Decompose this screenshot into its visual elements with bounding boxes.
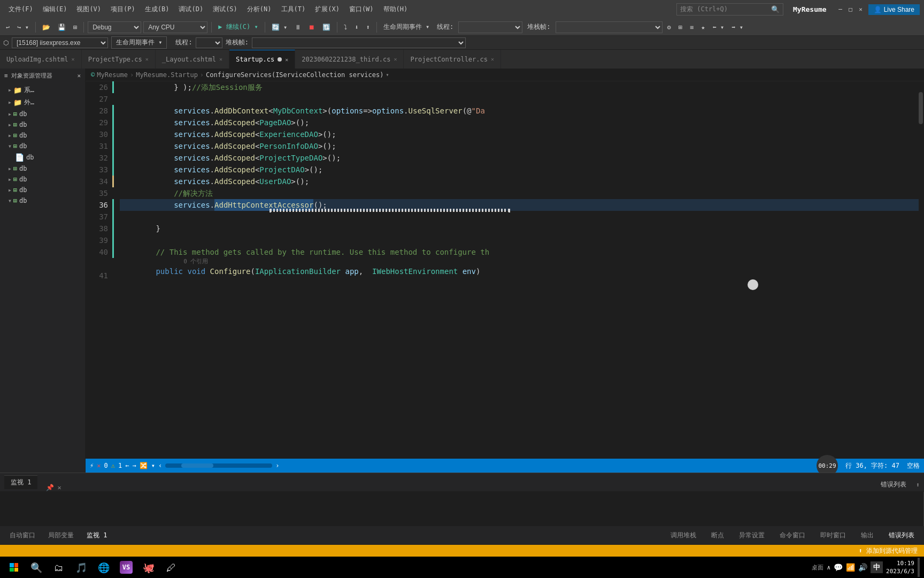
- debug-tab-immediate[interactable]: 即时窗口: [815, 529, 851, 542]
- search-box[interactable]: 搜索 (Ctrl+Q) 🔍: [676, 3, 783, 16]
- tree-item-db2[interactable]: ▶ ⊞ db: [0, 119, 85, 130]
- debug-tab-exceptions[interactable]: 异常设置: [734, 529, 770, 542]
- source-control-btn[interactable]: ⬆ 添加到源代码管理: [859, 547, 918, 554]
- redo-button[interactable]: ↪ ▾: [14, 22, 32, 33]
- taskbar-github[interactable]: 🐙: [139, 558, 158, 577]
- restart-button[interactable]: 🔃: [320, 22, 333, 33]
- menu-help[interactable]: 帮助(H): [379, 3, 412, 16]
- breadcrumb-namespace[interactable]: MyResume.Startup: [136, 71, 198, 79]
- cpu-select[interactable]: Any CPU: [143, 21, 207, 33]
- menu-extensions[interactable]: 扩展(X): [311, 3, 344, 16]
- live-share-button[interactable]: 👤 Live Share: [868, 4, 920, 15]
- watch-pin-button[interactable]: 📌: [46, 484, 54, 491]
- step-over-button[interactable]: ⤵: [341, 22, 350, 33]
- volume-icon[interactable]: 🔊: [858, 563, 867, 572]
- debug-tab-errorlist[interactable]: 错误列表: [883, 529, 920, 542]
- tab-close-icon[interactable]: ✕: [491, 56, 494, 62]
- source-control-icon[interactable]: 🔀 ▾: [140, 462, 155, 469]
- scroll-thumb-h[interactable]: [181, 463, 213, 468]
- scroll-thumb[interactable]: [919, 92, 923, 124]
- scroll-track[interactable]: [165, 463, 272, 468]
- tree-item-db7[interactable]: ▶ ⊞ db: [0, 185, 85, 195]
- continue-button[interactable]: ▶ 继续(C) ▾: [215, 21, 261, 33]
- network-icon[interactable]: 📶: [846, 563, 855, 572]
- thread-select2[interactable]: [196, 37, 222, 48]
- tree-item-db4-child[interactable]: 📄 db: [0, 151, 85, 163]
- menu-tools[interactable]: 工具(T): [277, 3, 310, 16]
- sidebar-close-icon[interactable]: ✕: [77, 72, 81, 79]
- menu-file[interactable]: 文件(F): [4, 3, 37, 16]
- tab-migration[interactable]: 20230602221238_third.cs ✕: [295, 50, 404, 69]
- extra-btn-5[interactable]: ⬅ ▾: [710, 22, 727, 33]
- tree-item-ext[interactable]: ▶ 📁 外…: [0, 96, 85, 109]
- nav-back-btn[interactable]: ←: [125, 462, 129, 469]
- tree-item-db3[interactable]: ▶ ⊞ db: [0, 130, 85, 141]
- taskbar-search[interactable]: 🔍: [27, 558, 46, 577]
- save-all-button[interactable]: ⊞: [71, 22, 80, 33]
- error-list-expand[interactable]: ⬆: [916, 481, 920, 489]
- nav-forward-btn[interactable]: →: [132, 462, 136, 469]
- step-into-button[interactable]: ⬇: [352, 22, 361, 33]
- maximize-button[interactable]: □: [846, 5, 855, 14]
- watch-close-button[interactable]: ✕: [57, 484, 61, 491]
- taskbar-chat-icon[interactable]: 💬: [834, 563, 843, 572]
- stop-button[interactable]: ⏹: [306, 22, 318, 33]
- code-editor[interactable]: 26 27 28 29 30 31 32 33 34 35 36 37 38 3…: [86, 81, 924, 459]
- tab-controller[interactable]: ProjectController.cs ✕: [404, 50, 501, 69]
- taskbar-notes[interactable]: 🖊: [161, 558, 181, 577]
- thread-select[interactable]: [458, 21, 522, 33]
- debug-tab-command[interactable]: 命令窗口: [774, 529, 811, 542]
- bottom-tab-autownd[interactable]: 自动窗口: [4, 529, 41, 542]
- tab-projecttype[interactable]: ProjectType.cs ✕: [82, 50, 156, 69]
- bottom-tab-watch1[interactable]: 监视 1: [81, 529, 112, 542]
- tree-item-db1[interactable]: ▶ ⊞ db: [0, 109, 85, 119]
- show-desktop-btn[interactable]: [918, 558, 920, 577]
- ime-indicator[interactable]: 中: [871, 561, 883, 573]
- debug-mode-select[interactable]: Debug: [88, 21, 141, 33]
- tab-close-icon[interactable]: ✕: [394, 56, 397, 62]
- bottom-tab-localvars[interactable]: 局部变量: [43, 529, 79, 542]
- taskbar-vs[interactable]: VS: [117, 558, 136, 577]
- menu-edit[interactable]: 编辑(E): [38, 3, 72, 16]
- orange-bar-right[interactable]: ⬆ 添加到源代码管理: [859, 546, 918, 556]
- process-select[interactable]: [15168] iisexpress.exe: [12, 37, 108, 48]
- stackframe-select[interactable]: [556, 21, 663, 33]
- code-content[interactable]: } );//添加Session服务 services.AddDbContext<…: [114, 81, 919, 459]
- tab-uploadimg[interactable]: UploadImg.cshtml ✕: [0, 50, 82, 69]
- menu-debug[interactable]: 调试(D): [174, 3, 207, 16]
- tab-close-icon[interactable]: ✕: [219, 56, 222, 62]
- menu-build[interactable]: 生成(B): [141, 3, 174, 16]
- breadcrumb-dropdown[interactable]: ▾: [386, 72, 389, 78]
- taskbar-desktop-btn[interactable]: 桌面: [812, 564, 823, 572]
- tab-startup[interactable]: Startup.cs ✕: [229, 50, 295, 69]
- taskbar-expand-icon[interactable]: ∧: [827, 564, 830, 571]
- breadcrumb-method[interactable]: ConfigureServices(IServiceCollection ser…: [206, 71, 383, 79]
- step-out-button[interactable]: ⬆: [363, 22, 372, 33]
- undo-button[interactable]: ↩: [3, 22, 12, 33]
- watch-tab-active[interactable]: 监视 1: [4, 475, 37, 489]
- pause-button[interactable]: ⏸: [292, 22, 304, 33]
- tree-item-db8-expanded[interactable]: ▼ ⊞ db: [0, 195, 85, 206]
- open-file-button[interactable]: 📂: [40, 22, 53, 33]
- tab-close-icon[interactable]: ✕: [145, 56, 149, 62]
- save-button[interactable]: 💾: [55, 22, 68, 33]
- taskbar-music[interactable]: 🎵: [72, 558, 91, 577]
- taskbar-clock[interactable]: 10:19 2023/6/3: [886, 559, 914, 576]
- menu-view[interactable]: 视图(V): [72, 3, 105, 16]
- tree-item-db6[interactable]: ▶ ⊞ db: [0, 174, 85, 185]
- search-input[interactable]: 搜索 (Ctrl+Q): [680, 5, 728, 14]
- debug-tab-output[interactable]: 输出: [856, 529, 879, 542]
- stackframe-select2[interactable]: [252, 37, 466, 48]
- tab-close-icon[interactable]: ✕: [285, 57, 288, 63]
- tab-layout[interactable]: _Layout.cshtml ✕: [156, 50, 229, 69]
- extra-btn-3[interactable]: ≡: [687, 22, 696, 33]
- extra-btn-2[interactable]: ⊞: [676, 22, 685, 33]
- menu-project[interactable]: 项目(P): [106, 3, 140, 16]
- extra-btn-1[interactable]: ⚙: [665, 22, 674, 33]
- status-go-forward-icon[interactable]: ⚡: [90, 462, 94, 469]
- menu-test[interactable]: 测试(S): [209, 3, 242, 16]
- scroll-left-btn[interactable]: ‹: [158, 462, 162, 469]
- watch-panel-body[interactable]: [0, 492, 923, 526]
- breadcrumb-project[interactable]: MyResume: [97, 71, 128, 79]
- extra-btn-4[interactable]: ★: [698, 22, 707, 33]
